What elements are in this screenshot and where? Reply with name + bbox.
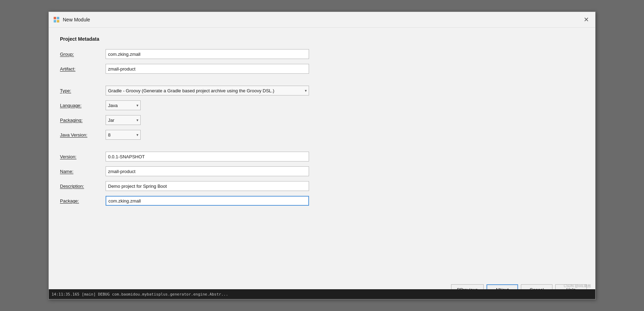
title-bar: New Module ✕ — [49, 12, 595, 28]
type-label: Type: — [60, 88, 106, 93]
type-select[interactable]: Gradle - Groovy (Generate a Gradle based… — [106, 86, 309, 95]
form-grid: Group: Artifact: Type: Gradle - Groovy (… — [60, 49, 584, 206]
packaging-select-wrapper: Jar War — [106, 115, 141, 125]
package-row: Package: — [60, 196, 584, 206]
java-version-select-wrapper: 8 11 17 21 — [106, 130, 141, 140]
type-row: Type: Gradle - Groovy (Generate a Gradle… — [60, 85, 584, 96]
dialog-body: Project Metadata Group: Artifact: Type: … — [49, 28, 595, 280]
java-version-row: Java Version: 8 11 17 21 — [60, 130, 584, 140]
version-row: Version: — [60, 151, 584, 162]
watermark: CSDN @xxE截图 — [564, 284, 591, 289]
language-row: Language: Java Kotlin Groovy — [60, 100, 584, 111]
language-select[interactable]: Java Kotlin Groovy — [106, 100, 141, 110]
name-row: Name: — [60, 166, 584, 177]
app-icon — [53, 16, 60, 23]
description-row: Description: — [60, 181, 584, 191]
description-label: Description: — [60, 184, 106, 189]
language-label: Language: — [60, 103, 106, 108]
description-input[interactable] — [106, 181, 309, 191]
name-label: Name: — [60, 169, 106, 174]
package-input[interactable] — [106, 196, 309, 206]
packaging-select[interactable]: Jar War — [106, 115, 141, 125]
group-label: Group: — [60, 52, 106, 57]
java-version-select[interactable]: 8 11 17 21 — [106, 130, 141, 140]
java-version-label: Java Version: — [60, 132, 106, 138]
log-text: 14:11:35.165 [main] DEBUG com.baomidou.m… — [52, 292, 228, 297]
type-select-wrapper: Gradle - Groovy (Generate a Gradle based… — [106, 86, 309, 95]
svg-rect-0 — [54, 17, 56, 19]
svg-rect-2 — [54, 20, 56, 22]
language-select-wrapper: Java Kotlin Groovy — [106, 100, 141, 110]
section-title: Project Metadata — [60, 36, 584, 42]
svg-rect-1 — [57, 17, 59, 19]
new-module-dialog: New Module ✕ Project Metadata Group: Art… — [48, 12, 596, 299]
log-bar: 14:11:35.165 [main] DEBUG com.baomidou.m… — [49, 289, 595, 299]
package-label: Package: — [60, 198, 106, 204]
artifact-row: Artifact: — [60, 64, 584, 74]
artifact-input[interactable] — [106, 64, 309, 74]
name-input[interactable] — [106, 166, 309, 176]
artifact-label: Artifact: — [60, 66, 106, 72]
packaging-row: Packaging: Jar War — [60, 115, 584, 125]
group-input[interactable] — [106, 49, 309, 59]
svg-rect-3 — [57, 20, 59, 22]
dialog-title: New Module — [63, 17, 90, 22]
close-button[interactable]: ✕ — [581, 15, 591, 25]
packaging-label: Packaging: — [60, 118, 106, 123]
version-input[interactable] — [106, 152, 309, 161]
group-row: Group: — [60, 49, 584, 59]
version-label: Version: — [60, 154, 106, 159]
